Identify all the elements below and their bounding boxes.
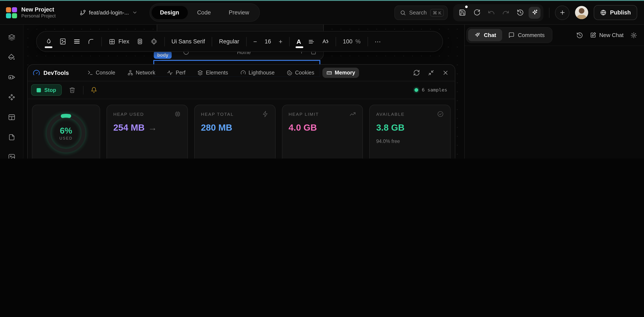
letter-spacing-button[interactable]	[322, 38, 329, 45]
devtools-refresh-button[interactable]	[413, 69, 420, 76]
text-color-button[interactable]: A	[296, 38, 301, 45]
redo-button[interactable]	[500, 6, 512, 18]
layout-mode-label: Flex	[118, 38, 129, 45]
fill-panel-button[interactable]	[4, 50, 19, 64]
chevron-down-icon	[132, 10, 137, 15]
undo-button[interactable]	[485, 6, 497, 18]
devtools-collapse-button[interactable]	[428, 69, 434, 76]
stat-value: 254 MB	[113, 123, 144, 133]
font-size-decrease-button[interactable]: −	[253, 38, 257, 45]
devtools-tab-perf[interactable]: Perf	[163, 68, 189, 78]
save-button[interactable]	[456, 6, 468, 18]
tab-comments[interactable]: Comments	[502, 29, 551, 41]
topbar: New Project Personal Project feat/add-lo…	[0, 1, 644, 25]
fill-color-swatch	[45, 46, 52, 48]
history-actions-cluster	[453, 4, 544, 21]
heap-total-card: HEAP TOTAL 280 MB	[194, 105, 276, 158]
publish-label: Publish	[610, 9, 631, 16]
devtools-tab-memory[interactable]: Memory	[322, 68, 359, 78]
devtools-close-button[interactable]	[442, 69, 449, 76]
selected-element-badge[interactable]: body	[154, 51, 172, 59]
chat-settings-button[interactable]	[630, 32, 637, 38]
text-align-button[interactable]	[308, 38, 315, 45]
images-panel-button[interactable]	[4, 150, 19, 158]
window-accent-strip	[0, 0, 644, 1]
brand-panel-button[interactable]	[4, 70, 19, 84]
stat-value: 4.0 GB	[288, 123, 317, 133]
devtools-tab-console[interactable]: Console	[84, 68, 119, 78]
toolbar-divider	[164, 37, 164, 46]
save-icon	[458, 9, 466, 16]
app-window: New Project Personal Project feat/add-lo…	[0, 0, 644, 158]
stop-label: Stop	[44, 87, 56, 93]
available-card: AVAILABLE 3.8 GB 94.0% free	[370, 105, 451, 158]
stop-sampling-button[interactable]: Stop	[31, 84, 62, 96]
layers-panel-button[interactable]	[4, 30, 19, 44]
git-branch-icon	[80, 9, 86, 16]
devtools-tabs: Console Network Perf Elements Lighthouse…	[84, 68, 359, 78]
ai-assistant-button[interactable]	[528, 6, 540, 18]
font-weight-selector[interactable]: Regular	[219, 38, 239, 45]
project-name: New Project	[21, 6, 56, 13]
branch-selector[interactable]: feat/add-login-...	[80, 9, 137, 16]
devtools-tab-lighthouse[interactable]: Lighthouse	[236, 68, 278, 78]
avatar-head	[579, 8, 584, 14]
usage-gauge: 6% USED	[45, 112, 87, 154]
chat-message-area[interactable]	[465, 46, 644, 158]
usage-percent: 6%	[60, 126, 72, 136]
free-percent-label: 94.0% free	[376, 139, 444, 144]
search-button[interactable]: Search ⌘ K	[394, 5, 448, 20]
project-info[interactable]: New Project Personal Project	[21, 6, 56, 18]
font-size-increase-button[interactable]: +	[279, 38, 282, 45]
chat-header-actions: New Chat	[576, 32, 637, 38]
tab-code[interactable]: Code	[188, 6, 219, 19]
margin-button[interactable]	[150, 38, 158, 45]
publish-button[interactable]: Publish	[594, 5, 637, 20]
tab-design[interactable]: Design	[152, 6, 188, 19]
more-options-button[interactable]: ⋯	[374, 38, 382, 45]
app-logo[interactable]	[6, 7, 17, 18]
memory-alerts-button[interactable]	[89, 85, 99, 95]
layout-panel-button[interactable]	[4, 110, 19, 124]
border-style-button[interactable]	[73, 38, 80, 45]
paint-bucket-icon	[8, 53, 16, 61]
search-icon	[400, 9, 406, 15]
clear-samples-button[interactable]	[67, 85, 78, 95]
user-avatar[interactable]	[575, 6, 588, 19]
opacity-control[interactable]: 100 %	[343, 38, 360, 45]
stat-label: AVAILABLE	[376, 111, 405, 117]
devtools-tab-cookies[interactable]: Cookies	[282, 68, 318, 78]
left-sidebar	[0, 25, 24, 158]
pages-panel-button[interactable]	[4, 130, 19, 144]
network-icon	[127, 70, 133, 76]
branch-label: feat/add-login-...	[89, 9, 129, 16]
tab-chat[interactable]: Chat	[468, 29, 502, 41]
heap-limit-card: HEAP LIMIT 4.0 GB	[282, 105, 363, 158]
chat-panel-header: Chat Comments New Chat	[465, 25, 644, 46]
chat-history-button[interactable]	[576, 32, 583, 38]
version-history-button[interactable]	[514, 6, 526, 18]
style-toolbar: Flex Ui Sans Serif Regular − 16 + A 100 …	[36, 31, 443, 52]
memory-stat-cards: 6% USED Healthy HEAP USED 254 MB→	[32, 105, 451, 158]
image-fill-button[interactable]	[59, 38, 66, 45]
stat-label: HEAP TOTAL	[201, 111, 234, 117]
components-panel-button[interactable]	[4, 90, 19, 104]
design-canvas[interactable]: Home body Flex Ui Sans Serif Regular	[24, 25, 464, 158]
corner-radius-button[interactable]	[87, 38, 94, 45]
add-button[interactable]	[555, 5, 570, 20]
tab-preview[interactable]: Preview	[220, 6, 258, 19]
topbar-divider	[549, 7, 550, 18]
fill-color-button[interactable]	[45, 38, 52, 45]
new-chat-button[interactable]: New Chat	[590, 32, 624, 38]
memory-chip-icon	[326, 70, 332, 76]
font-size-value[interactable]: 16	[265, 38, 271, 45]
terminal-icon	[87, 70, 93, 76]
padding-button[interactable]	[136, 38, 143, 45]
devtools-tab-network[interactable]: Network	[123, 68, 159, 78]
text-color-glyph: A	[296, 38, 301, 45]
devtools-tab-elements[interactable]: Elements	[194, 68, 232, 78]
font-size-stepper: − 16 +	[253, 38, 282, 45]
font-family-selector[interactable]: Ui Sans Serif	[172, 38, 205, 45]
layout-mode-button[interactable]: Flex	[108, 38, 129, 45]
reload-button[interactable]	[471, 6, 482, 18]
